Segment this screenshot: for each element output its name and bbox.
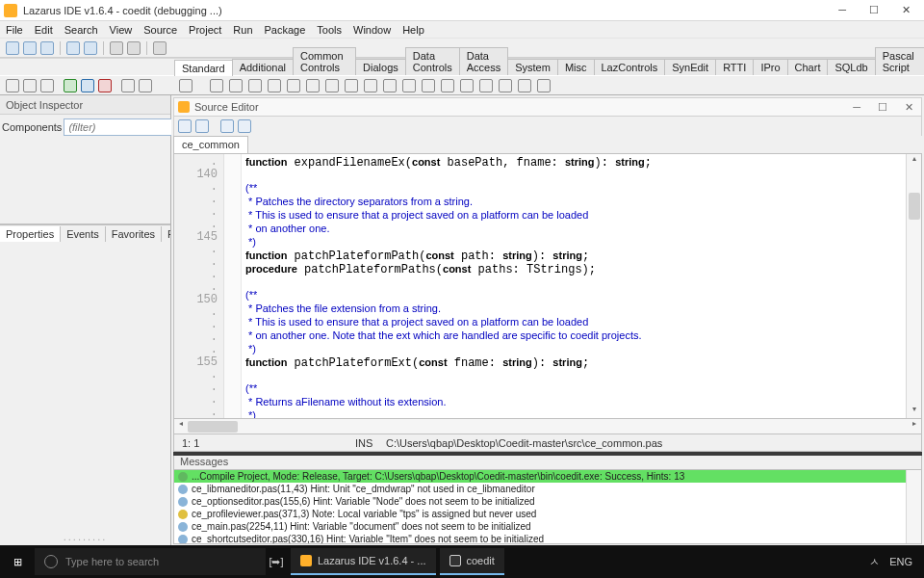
palette-tab-lazcontrols[interactable]: LazControls: [594, 59, 666, 75]
palette-tab-pascal-script[interactable]: Pascal Script: [875, 47, 924, 75]
checkbox-comp-icon[interactable]: [345, 79, 358, 92]
step2-icon[interactable]: [139, 79, 152, 92]
message-row[interactable]: ce_libmaneditor.pas(11,43) Hint: Unit "c…: [174, 483, 921, 495]
palette-tab-data-access[interactable]: Data Access: [459, 47, 508, 75]
palette-tab-misc[interactable]: Misc: [557, 59, 595, 75]
palette-tab-data-controls[interactable]: Data Controls: [405, 47, 460, 75]
message-row[interactable]: ce_main.pas(2254,11) Hint: Variable "doc…: [174, 520, 921, 533]
radio-comp-icon[interactable]: [364, 79, 377, 92]
task-view-icon[interactable]: [➥]: [266, 556, 287, 568]
component-tree[interactable]: [0, 140, 170, 224]
tray-chevron-icon[interactable]: ㅅ: [869, 555, 880, 569]
run-icon[interactable]: [64, 79, 77, 92]
editor-hscrollbar[interactable]: ◂▸: [173, 419, 922, 434]
message-row[interactable]: ...Compile Project, Mode: Release, Targe…: [174, 470, 921, 483]
popupmenu-comp-icon[interactable]: [229, 79, 243, 92]
new-form-icon[interactable]: [23, 41, 37, 55]
taskbar-app-lazarus[interactable]: Lazarus IDE v1.6.4 - ...: [291, 548, 436, 575]
menu-file[interactable]: File: [6, 24, 23, 36]
editor-vscrollbar[interactable]: ▴▾: [906, 154, 921, 418]
message-row[interactable]: ce_profileviewer.pas(371,3) Note: Local …: [174, 508, 921, 520]
message-row[interactable]: ce_optionseditor.pas(155,6) Hint: Variab…: [174, 495, 921, 508]
nav-fwd-icon[interactable]: [195, 119, 209, 133]
save-icon[interactable]: [66, 41, 80, 55]
system-tray[interactable]: ㅅ ENG: [869, 555, 924, 569]
units-icon[interactable]: [127, 41, 141, 55]
properties-grid[interactable]: [0, 242, 170, 528]
combobox-comp-icon[interactable]: [402, 79, 416, 92]
oi-tab-events[interactable]: Events: [61, 226, 106, 242]
palette-tab-synedit[interactable]: SynEdit: [664, 59, 716, 75]
mainmenu-comp-icon[interactable]: [210, 79, 223, 92]
oi-tab-favorites[interactable]: Favorites: [106, 226, 162, 242]
taskbar-app-coedit[interactable]: coedit: [440, 548, 504, 575]
memo-comp-icon[interactable]: [306, 79, 320, 92]
stop-icon[interactable]: [98, 79, 112, 92]
pause-icon[interactable]: [81, 79, 94, 92]
tray-lang[interactable]: ENG: [889, 556, 912, 567]
maximize-button[interactable]: ☐: [869, 4, 879, 16]
tab-ce-common[interactable]: ce_common: [173, 136, 248, 153]
close-button[interactable]: ✕: [902, 4, 911, 16]
edit-comp-icon[interactable]: [287, 79, 300, 92]
listbox-comp-icon[interactable]: [383, 79, 397, 92]
pointer-icon[interactable]: [179, 79, 192, 92]
taskbar-search[interactable]: Type here to search: [35, 548, 266, 575]
code-editor[interactable]: .140....145....150....155....160. functi…: [173, 153, 922, 419]
oi-tab-properties[interactable]: Properties: [0, 226, 61, 242]
palette-tab-common-controls[interactable]: Common Controls: [293, 47, 356, 75]
button-comp-icon[interactable]: [248, 79, 262, 92]
start-button[interactable]: ⊞: [0, 556, 35, 568]
palette-tab-ipro[interactable]: IPro: [753, 59, 787, 75]
radiogroup-comp-icon[interactable]: [460, 79, 474, 92]
actionlist-comp-icon[interactable]: [537, 79, 551, 92]
config-icon[interactable]: [153, 41, 167, 55]
messages-vscrollbar[interactable]: [906, 470, 921, 543]
panel-handle[interactable]: .........: [0, 528, 170, 545]
menu-package[interactable]: Package: [265, 24, 306, 36]
nav-back-icon[interactable]: [178, 119, 192, 133]
menu-tools[interactable]: Tools: [317, 24, 342, 36]
palette-tab-chart[interactable]: Chart: [787, 59, 829, 75]
menu-edit[interactable]: Edit: [35, 24, 53, 36]
messages-panel[interactable]: ...Compile Project, Mode: Release, Targe…: [173, 469, 922, 544]
new-unit-icon[interactable]: [6, 41, 19, 55]
editor-minimize-button[interactable]: ─: [853, 101, 860, 114]
menu-source[interactable]: Source: [143, 24, 177, 36]
minimize-button[interactable]: ─: [838, 4, 846, 16]
palette-tab-standard[interactable]: Standard: [174, 60, 233, 76]
checkgroup-comp-icon[interactable]: [479, 79, 493, 92]
step-out-icon[interactable]: [40, 79, 54, 92]
oi-tab-re[interactable]: Re: [162, 226, 170, 242]
menu-window[interactable]: Window: [353, 24, 391, 36]
palette-tab-sqldb[interactable]: SQLdb: [827, 59, 875, 75]
code-area[interactable]: function expandFilenameEx(const basePath…: [242, 154, 906, 418]
toggle-form-icon[interactable]: [110, 41, 123, 55]
jump-fwd-icon[interactable]: [238, 119, 251, 133]
label-comp-icon[interactable]: [268, 79, 281, 92]
menu-help[interactable]: Help: [402, 24, 424, 36]
editor-close-button[interactable]: ✕: [905, 101, 913, 114]
scrollbar-comp-icon[interactable]: [422, 79, 435, 92]
frame-comp-icon[interactable]: [518, 79, 531, 92]
open-icon[interactable]: [40, 41, 54, 55]
palette-tab-additional[interactable]: Additional: [232, 59, 294, 75]
palette-tab-system[interactable]: System: [507, 59, 558, 75]
editor-maximize-button[interactable]: ☐: [878, 101, 887, 114]
menu-view[interactable]: View: [110, 24, 133, 36]
step-into-icon[interactable]: [23, 79, 37, 92]
fold-gutter[interactable]: [224, 154, 242, 418]
toggle-comp-icon[interactable]: [325, 79, 339, 92]
palette-tab-rtti[interactable]: RTTI: [715, 59, 754, 75]
menu-search[interactable]: Search: [64, 24, 98, 36]
groupbox-comp-icon[interactable]: [441, 79, 454, 92]
menu-run[interactable]: Run: [233, 24, 252, 36]
step-over-icon[interactable]: [6, 79, 19, 92]
panel-comp-icon[interactable]: [499, 79, 512, 92]
palette-tab-dialogs[interactable]: Dialogs: [355, 59, 406, 75]
jump-back-icon[interactable]: [220, 119, 234, 133]
menu-project[interactable]: Project: [189, 24, 221, 36]
save-all-icon[interactable]: [84, 41, 97, 55]
message-row[interactable]: ce_shortcutseditor.pas(330,16) Hint: Var…: [174, 533, 921, 544]
step-icon[interactable]: [121, 79, 135, 92]
